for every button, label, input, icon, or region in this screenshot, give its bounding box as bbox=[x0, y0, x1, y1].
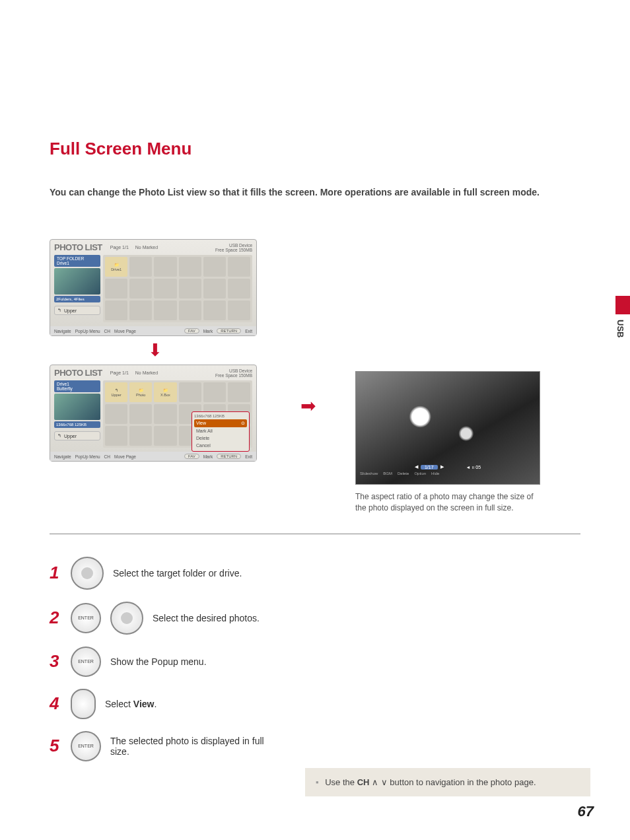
footer-exit: Exit bbox=[245, 454, 252, 459]
grid-cell bbox=[129, 279, 152, 298]
grid-cell bbox=[154, 404, 176, 424]
footer-fav: FAV bbox=[184, 454, 199, 459]
grid-cell bbox=[154, 426, 176, 446]
grid-cell bbox=[105, 426, 127, 446]
cell-label: Drive1 bbox=[111, 267, 122, 271]
grid-cell bbox=[228, 279, 250, 298]
popup-cancel[interactable]: Cancel bbox=[194, 442, 247, 449]
grid-cell bbox=[129, 404, 152, 424]
footer-popup: PopUp Menu bbox=[75, 454, 100, 459]
separator bbox=[50, 534, 580, 534]
photo-counter: 1/17 bbox=[421, 465, 438, 470]
free-space: Free Space 150MB bbox=[215, 248, 252, 252]
footer-ch: CH bbox=[104, 329, 110, 333]
step-text-pre: Select bbox=[105, 699, 133, 709]
grid-cell bbox=[129, 300, 152, 320]
chevron-up-icon: ∧ bbox=[372, 777, 381, 787]
popup-menu: 1366x768 125KB View⊙ Mark All Delete Can… bbox=[192, 411, 250, 452]
footer-return: RETURN bbox=[217, 328, 241, 333]
usb-label: USB Device bbox=[215, 368, 252, 373]
grid-cell-xbox[interactable]: 📁 X.Box bbox=[154, 382, 176, 402]
cell-label: X.Box bbox=[160, 393, 170, 397]
grid-cell bbox=[129, 426, 152, 446]
grid-cell bbox=[105, 279, 127, 298]
cell-label: Upper bbox=[112, 393, 122, 397]
menu-slideshow[interactable]: Slideshow bbox=[360, 472, 378, 475]
menu-option[interactable]: Option bbox=[414, 472, 426, 475]
page-indicator: Page 1/1 bbox=[110, 370, 129, 375]
popup-head: 1366x768 125KB bbox=[194, 414, 247, 418]
note-ch: CH bbox=[357, 777, 370, 787]
enter-button-icon: ENTER bbox=[71, 603, 101, 633]
page-number: 67 bbox=[578, 803, 594, 820]
dpad-icon bbox=[71, 557, 104, 590]
menu-bgm[interactable]: BGM bbox=[383, 472, 392, 475]
grid-cell bbox=[105, 404, 127, 424]
usb-label: USB Device bbox=[215, 243, 252, 248]
footer-nav: Navigate bbox=[54, 329, 71, 333]
footer-nav: Navigate bbox=[54, 454, 71, 459]
cell-label: Photo bbox=[136, 393, 145, 397]
step-number: 4 bbox=[50, 693, 61, 714]
dpad-icon bbox=[110, 602, 143, 635]
upper-label: Upper bbox=[64, 434, 77, 438]
grid-cell-photo[interactable]: 📁 Photo bbox=[129, 382, 152, 402]
upper-label: Upper bbox=[64, 308, 77, 313]
upper-button[interactable]: ↰ Upper bbox=[54, 306, 100, 315]
grid-cell bbox=[179, 300, 201, 320]
fullscreen-preview: ◀ 1/17 ▶ ◄ ıı 05 Slideshow BGM Delete Op… bbox=[355, 371, 540, 514]
photo-list-panel-top: PHOTO LIST Page 1/1 No Marked USB Device… bbox=[50, 239, 257, 336]
side-preview bbox=[54, 394, 100, 420]
down-arrow-icon: ⬇ bbox=[50, 340, 261, 361]
menu-hide[interactable]: Hide bbox=[431, 472, 439, 475]
side-info: 2Folders, 4Files bbox=[54, 296, 100, 302]
footer-move: Move Page bbox=[114, 454, 136, 459]
note-post: button to navigation in the photo page. bbox=[390, 777, 536, 787]
grid-cell bbox=[105, 300, 127, 320]
step-text: Select the desired photos. bbox=[153, 613, 260, 623]
photo-list-panel-bottom: PHOTO LIST Page 1/1 No Marked USB Device… bbox=[50, 365, 257, 462]
drive-label: Drive1 bbox=[57, 261, 98, 265]
step-number: 5 bbox=[50, 736, 61, 756]
step-4: 4 Select View. bbox=[50, 689, 580, 719]
grid-cell bbox=[228, 300, 250, 320]
top-folder: TOP FOLDER Drive1 bbox=[54, 255, 100, 267]
intro-text: You can change the Photo List view so th… bbox=[50, 186, 580, 199]
popup-view-label: View bbox=[196, 421, 206, 426]
footer-fav: FAV bbox=[184, 328, 199, 333]
footer-move: Move Page bbox=[114, 329, 136, 333]
panel-title: PHOTO LIST bbox=[54, 368, 102, 378]
preview-caption: The aspect ratio of a photo may change t… bbox=[355, 491, 540, 514]
note-box: Use the CH ∧ ∨ button to navigation in t… bbox=[305, 768, 590, 796]
file-label: Butterfly bbox=[57, 386, 98, 391]
upper-button[interactable]: ↰ Upper bbox=[54, 431, 100, 440]
marked-indicator: No Marked bbox=[135, 370, 158, 375]
fullscreen-image: ◀ 1/17 ▶ ◄ ıı 05 Slideshow BGM Delete Op… bbox=[355, 371, 540, 485]
upper-icon: ↰ bbox=[57, 433, 61, 438]
step-number: 1 bbox=[50, 563, 61, 583]
menu-delete[interactable]: Delete bbox=[398, 472, 409, 475]
side-dim: 1366x768 125KB bbox=[54, 421, 100, 428]
grid-cell bbox=[179, 257, 201, 277]
free-space: Free Space 150MB bbox=[215, 373, 252, 378]
page-heading: Full Screen Menu bbox=[50, 139, 580, 159]
step-text: Show the Popup menu. bbox=[110, 656, 207, 667]
note-pre: Use the bbox=[325, 777, 357, 787]
footer-exit: Exit bbox=[245, 329, 252, 333]
grid-cell bbox=[179, 382, 201, 402]
popup-view[interactable]: View⊙ bbox=[194, 419, 247, 427]
upper-icon: ↰ bbox=[57, 308, 61, 313]
drive-label: Drive1 bbox=[57, 382, 98, 386]
grid-cell bbox=[154, 279, 176, 298]
grid-cell bbox=[203, 257, 226, 277]
top-folder-label: TOP FOLDER bbox=[57, 256, 98, 261]
grid-cell bbox=[129, 257, 152, 277]
grid-cell bbox=[203, 300, 226, 320]
grid-cell-upper[interactable]: ↰ Upper bbox=[105, 382, 127, 402]
grid-cell-drive[interactable]: 📁 Drive1 bbox=[105, 257, 127, 277]
step-5: 5 ENTER The selected photo is displayed … bbox=[50, 731, 580, 761]
grid-cell bbox=[203, 382, 226, 402]
popup-delete[interactable]: Delete bbox=[194, 435, 247, 442]
popup-markall[interactable]: Mark All bbox=[194, 427, 247, 435]
footer-popup: PopUp Menu bbox=[75, 329, 100, 333]
